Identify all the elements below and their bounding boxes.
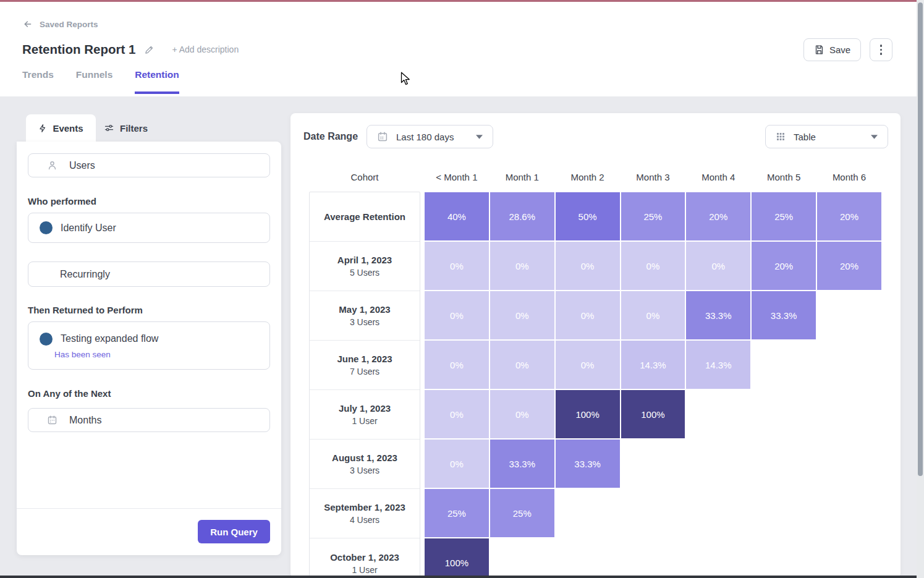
view-mode-dropdown[interactable]: Table xyxy=(765,125,888,148)
cohort-user-count: 1 User xyxy=(352,416,377,426)
retention-cell[interactable]: 20% xyxy=(816,241,882,291)
retention-cell[interactable]: 0% xyxy=(424,389,490,439)
filters-icon xyxy=(104,123,114,133)
scrollbar-thumb[interactable] xyxy=(918,2,923,476)
cohort-column-header: Cohort xyxy=(309,172,420,182)
frequency-selector[interactable]: Recurringly xyxy=(28,261,270,287)
user-icon xyxy=(47,160,57,171)
tab-events[interactable]: Events xyxy=(26,114,96,142)
heatmap-grid: 40%28.6%50%25%20%25%20%0%0%0%0%0%20%20%0… xyxy=(424,192,882,578)
retention-cell[interactable]: 25% xyxy=(490,488,555,538)
retention-cell[interactable]: 0% xyxy=(424,340,490,389)
cohort-user-count: 1 User xyxy=(352,565,377,575)
cohort-label: October 1, 2023 xyxy=(330,552,399,563)
retention-cell[interactable]: 33.3% xyxy=(751,291,816,340)
performed-event-selector[interactable]: Identify User xyxy=(28,213,270,243)
return-event-row: Testing expanded flow xyxy=(28,333,158,346)
grid-icon xyxy=(776,132,786,142)
retention-cell[interactable]: 0% xyxy=(555,340,621,389)
retention-cell[interactable]: 100% xyxy=(621,389,686,439)
column-header: Month 1 xyxy=(490,172,555,182)
date-range-dropdown[interactable]: Last 180 days xyxy=(367,125,493,148)
tab-filters[interactable]: Filters xyxy=(104,114,148,142)
retention-cell[interactable]: 20% xyxy=(685,192,751,241)
cohort-user-count: 7 Users xyxy=(350,367,379,376)
tab-trends[interactable]: Trends xyxy=(22,69,54,94)
retention-cell[interactable]: 33.3% xyxy=(685,291,751,340)
return-event-selector[interactable]: Testing expanded flow Has been seen xyxy=(28,321,270,370)
back-label: Saved Reports xyxy=(40,20,98,29)
then-returned-label: Then Returned to Perform xyxy=(28,305,143,315)
panel-divider xyxy=(17,508,281,509)
pencil-icon xyxy=(144,45,155,55)
add-description-button[interactable]: + Add description xyxy=(172,45,239,54)
retention-report-panel: Date Range Last 180 days Table Cohort < … xyxy=(290,113,901,578)
save-button[interactable]: Save xyxy=(803,38,861,61)
edit-title-button[interactable] xyxy=(144,45,155,55)
interval-unit-selector[interactable]: Months xyxy=(28,408,270,432)
retention-cell[interactable]: 28.6% xyxy=(490,192,555,241)
retention-cell[interactable]: 0% xyxy=(621,291,686,340)
cohort-label: May 1, 2023 xyxy=(339,304,390,315)
retention-cell[interactable]: 0% xyxy=(424,291,490,340)
retention-cell[interactable]: 40% xyxy=(424,192,490,241)
retention-cell[interactable]: 20% xyxy=(751,241,816,291)
retention-cell[interactable]: 50% xyxy=(555,192,621,241)
bolt-icon xyxy=(38,124,47,133)
retention-cell[interactable]: 33.3% xyxy=(555,439,621,488)
who-performed-label: Who performed xyxy=(28,196,96,206)
retention-cell[interactable]: 0% xyxy=(685,241,751,291)
event-selector[interactable]: Users xyxy=(28,153,270,177)
vertical-scrollbar[interactable] xyxy=(917,0,924,578)
retention-cell[interactable]: 100% xyxy=(555,389,621,439)
window-bottom-edge xyxy=(0,576,924,578)
app-header: Saved Reports Retention Report 1 + Add d… xyxy=(0,0,924,96)
event-dot-icon xyxy=(40,333,53,346)
retention-cell[interactable]: 0% xyxy=(621,241,686,291)
retention-cell[interactable]: 25% xyxy=(621,192,686,241)
retention-cell[interactable]: 100% xyxy=(424,538,490,578)
back-to-saved-reports[interactable]: Saved Reports xyxy=(22,19,98,29)
view-mode-value: Table xyxy=(794,132,816,142)
performed-event-value: Identify User xyxy=(61,223,116,234)
cohort-cell: July 1, 20231 User xyxy=(310,390,420,440)
retention-cell[interactable]: 0% xyxy=(555,291,621,340)
retention-cell[interactable]: 33.3% xyxy=(490,439,555,488)
frequency-value: Recurringly xyxy=(60,269,110,280)
date-range-value: Last 180 days xyxy=(396,132,454,142)
cohort-label: April 1, 2023 xyxy=(337,255,392,265)
retention-cell[interactable]: 0% xyxy=(424,439,490,488)
cohort-cell: April 1, 20235 Users xyxy=(310,242,420,291)
date-range-label: Date Range xyxy=(303,131,358,142)
page-title: Retention Report 1 xyxy=(22,42,135,57)
has-been-seen-link[interactable]: Has been seen xyxy=(54,350,111,359)
cohort-cell: August 1, 20233 Users xyxy=(310,440,420,489)
cohort-user-count: 3 Users xyxy=(350,317,379,327)
cohort-user-count: 4 Users xyxy=(350,515,379,525)
kebab-icon xyxy=(880,45,883,47)
retention-cell[interactable]: 0% xyxy=(424,241,490,291)
event-selector-value: Users xyxy=(69,160,95,171)
save-icon xyxy=(814,45,824,55)
chevron-down-icon xyxy=(476,135,483,139)
retention-cell[interactable]: 0% xyxy=(490,340,555,389)
retention-cell[interactable]: 25% xyxy=(751,192,816,241)
tab-funnels[interactable]: Funnels xyxy=(76,69,112,94)
cohort-column: Average RetentionApril 1, 20235 UsersMay… xyxy=(309,192,420,578)
more-options-button[interactable] xyxy=(870,38,892,61)
cohort-label: June 1, 2023 xyxy=(337,354,392,364)
tab-retention[interactable]: Retention xyxy=(135,69,179,94)
back-arrow-icon xyxy=(22,19,33,29)
retention-cell[interactable]: 14.3% xyxy=(685,340,751,389)
retention-cell[interactable]: 14.3% xyxy=(621,340,686,389)
retention-cell[interactable]: 0% xyxy=(490,291,555,340)
run-query-button[interactable]: Run Query xyxy=(198,520,270,543)
retention-cell[interactable]: 20% xyxy=(816,192,882,241)
retention-cell[interactable]: 0% xyxy=(490,241,555,291)
retention-cell[interactable]: 0% xyxy=(490,389,555,439)
retention-cell[interactable]: 0% xyxy=(555,241,621,291)
cohort-user-count: 5 Users xyxy=(350,268,379,278)
retention-cell[interactable]: 25% xyxy=(424,488,490,538)
event-dot-icon xyxy=(40,221,53,234)
events-tab-label: Events xyxy=(53,123,83,134)
